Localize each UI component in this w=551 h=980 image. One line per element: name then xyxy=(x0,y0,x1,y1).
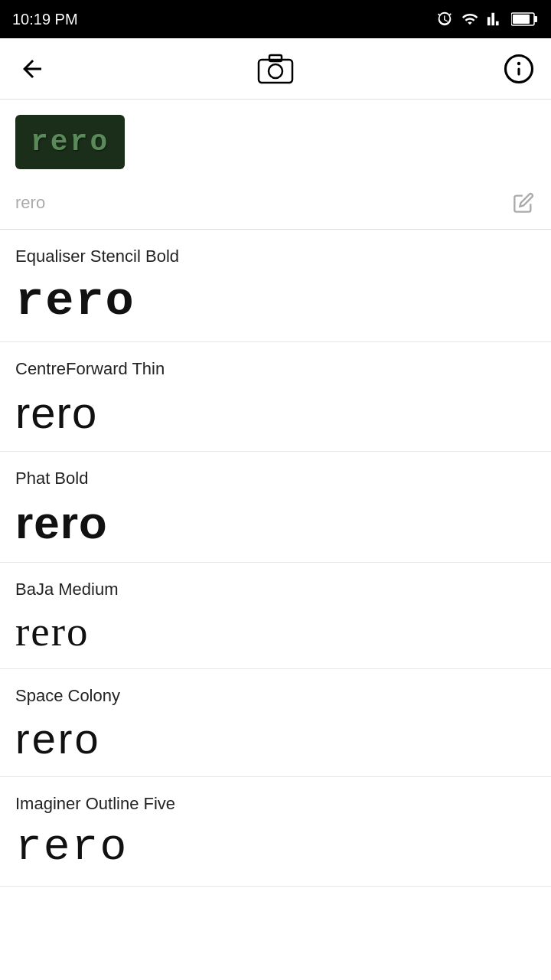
battery-icon xyxy=(511,11,539,27)
status-icons xyxy=(436,11,539,28)
font-item-name: Space Colony xyxy=(15,686,536,706)
font-item[interactable]: CentreForward Thinrero xyxy=(0,342,551,452)
font-item-name: CentreForward Thin xyxy=(15,359,536,379)
edit-button[interactable] xyxy=(511,191,536,215)
font-item-name: BaJa Medium xyxy=(15,580,536,599)
font-item-name: Equaliser Stencil Bold xyxy=(15,247,536,266)
svg-rect-1 xyxy=(534,16,537,22)
font-item-sample: rero xyxy=(15,609,536,655)
status-time: 10:19 PM xyxy=(12,11,78,28)
pencil-icon xyxy=(513,192,534,214)
preview-text: rero xyxy=(31,126,109,158)
back-button[interactable] xyxy=(15,52,49,86)
font-item[interactable]: Space Colonyrero xyxy=(0,669,551,777)
font-item-sample: rero xyxy=(15,388,536,437)
status-bar: 10:19 PM xyxy=(0,0,551,38)
camera-button[interactable] xyxy=(253,51,298,87)
font-item[interactable]: Equaliser Stencil Boldrero xyxy=(0,230,551,342)
font-item-sample: rero xyxy=(15,715,536,763)
font-item-sample: rero xyxy=(15,823,536,872)
font-item-sample: rero xyxy=(15,498,536,548)
back-arrow-icon xyxy=(18,55,46,83)
svg-rect-5 xyxy=(269,55,282,61)
top-bar xyxy=(0,38,551,100)
wifi-icon xyxy=(461,11,479,28)
font-item[interactable]: BaJa Mediumrero xyxy=(0,563,551,670)
font-item-sample: rero xyxy=(15,276,536,328)
search-section: rero xyxy=(0,177,551,230)
search-text: rero xyxy=(15,193,45,213)
font-item-name: Phat Bold xyxy=(15,469,536,488)
font-item[interactable]: Phat Boldrero xyxy=(0,452,551,563)
font-item-name: Imaginer Outline Five xyxy=(15,794,536,814)
svg-rect-2 xyxy=(513,15,530,24)
camera-icon xyxy=(256,52,295,86)
svg-point-4 xyxy=(269,64,282,78)
font-item[interactable]: Imaginer Outline Fiverero xyxy=(0,777,551,887)
info-button[interactable] xyxy=(502,52,536,86)
alarm-icon xyxy=(436,11,453,28)
svg-rect-3 xyxy=(259,60,292,83)
font-list: Equaliser Stencil BoldreroCentreForward … xyxy=(0,230,551,887)
preview-section: rero xyxy=(0,100,551,177)
info-icon xyxy=(503,53,535,85)
preview-image: rero xyxy=(15,115,125,169)
signal-icon xyxy=(487,11,504,28)
